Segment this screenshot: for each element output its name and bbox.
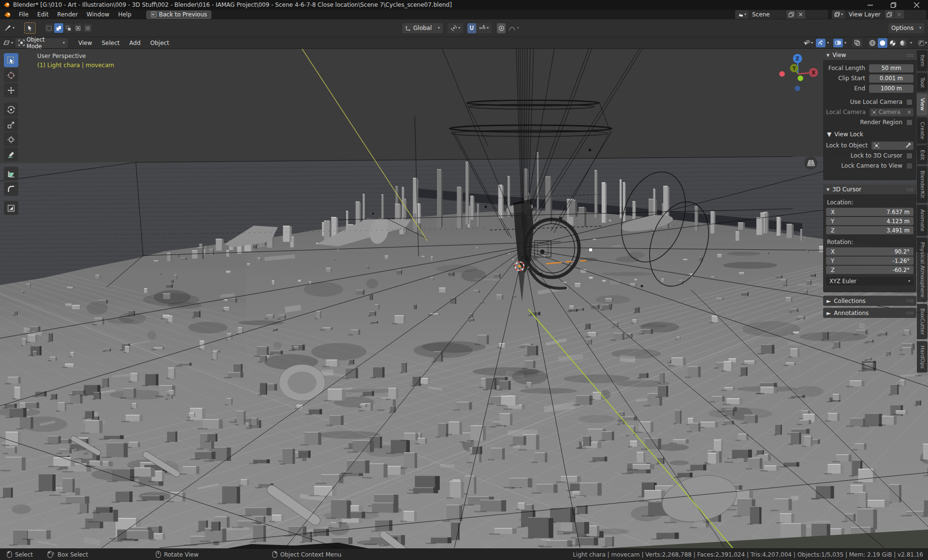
select-invert-button[interactable] [73,23,83,33]
mode-dropdown[interactable]: Object Mode ▾ [15,38,68,48]
back-to-previous-button[interactable]: Back to Previous [146,11,212,19]
remove-view-layer-button[interactable]: × [894,10,904,19]
view-layer-name[interactable]: View Layer [845,11,884,18]
panel-grip-icon[interactable] [906,299,913,302]
use-local-camera-checkbox[interactable] [906,99,913,105]
viewport-3d[interactable]: User Perspective (1) Light chara | movec… [0,49,928,548]
gizmos-toggle[interactable] [816,39,826,47]
select-extend-button[interactable] [54,23,63,33]
tab-hardops[interactable]: HardOps [917,341,928,373]
snap-target-dropdown[interactable]: ▾ [476,23,492,33]
shading-material-button[interactable] [888,38,898,48]
shading-solid-button[interactable] [878,38,887,48]
lock-to-3d-cursor-checkbox[interactable] [906,153,913,159]
view-layer-browse-button[interactable]: ▾ [832,10,845,19]
menu-help[interactable]: Help [114,10,135,19]
tool-scale-button[interactable] [4,117,18,131]
tab-edit[interactable]: Edit [917,145,928,164]
editor-type-3dview-button[interactable]: ▾ [3,38,13,48]
xray-toggle[interactable] [852,39,862,47]
menu-render[interactable]: Render [53,10,82,19]
tool-move-button[interactable] [4,83,18,97]
cursor-rotation-y-field[interactable]: Y-1.26° [826,257,914,265]
cursor-location-y-field[interactable]: Y4.123 m [826,217,914,225]
local-camera-field[interactable]: Camera × [870,108,914,116]
tab-view[interactable]: View [917,94,928,115]
blender-menu-icon[interactable] [4,11,11,18]
axis-gizmo[interactable]: ZYX [779,54,818,91]
object-visibility-dropdown[interactable]: ▾ [803,38,813,48]
shading-dropdown[interactable]: ▾ [908,41,914,45]
active-tool-button[interactable] [24,22,36,34]
editor-type-button[interactable]: ▾ [4,23,14,33]
eyedropper-icon[interactable] [905,143,911,148]
tool-cursor-button[interactable] [4,68,18,82]
cursor-location-x-field[interactable]: X7.637 m [826,208,914,216]
clip-end-field[interactable]: 1000 m [869,85,914,93]
panel-grip-icon[interactable] [906,54,913,57]
tab-boxcutter[interactable]: BoxCutter [917,304,928,339]
scene-selector[interactable]: ▾ Scene × [735,10,828,19]
tool-select-box-button[interactable] [4,53,18,67]
close-button[interactable] [905,0,928,10]
tool-rotate-button[interactable] [4,102,18,116]
cursor-rotation-z-field[interactable]: Z-60.2° [826,266,914,274]
gizmo-axis-z-neg[interactable] [795,86,800,91]
panel-3d-cursor-header[interactable]: ▼ 3D Cursor [823,185,916,194]
panel-annotations[interactable]: ► Annotations [823,308,916,318]
lock-camera-to-view-checkbox[interactable] [906,163,913,169]
tab-physical-atmosphere[interactable]: Physical Atmosphere [917,238,928,302]
perspective-toggle-button[interactable] [804,157,817,170]
tool-annotate-button[interactable] [4,147,18,161]
cursor-rotation-x-field[interactable]: X90.2° [826,247,914,256]
gizmos-dropdown[interactable]: ▾ [826,41,830,45]
tool-transform-button[interactable] [4,132,18,146]
select-intersect-button[interactable] [83,23,92,33]
panel-grip-icon[interactable] [906,311,913,315]
menu-object[interactable]: Object [145,38,174,48]
minimize-button[interactable] [858,0,882,10]
new-view-layer-button[interactable] [884,10,894,19]
panel-view-header[interactable]: ▼ View [823,50,916,60]
tab-create[interactable]: Create [917,117,928,144]
clear-camera-icon[interactable]: × [907,109,912,115]
shading-wireframe-button[interactable] [868,38,877,48]
lock-to-object-field[interactable] [871,142,914,150]
overlays-toggle[interactable] [833,39,843,47]
rotation-mode-dropdown[interactable]: XYZ Euler▾ [826,277,914,286]
cursor-location-z-field[interactable]: Z3.491 m [826,226,914,234]
maximize-button[interactable] [882,0,905,10]
tab-animate[interactable]: Animate [917,205,928,236]
unlink-scene-button[interactable]: × [796,10,805,19]
clip-start-field[interactable]: 0.001 m [869,74,914,83]
shading-rendered-button[interactable] [898,38,908,48]
gizmo-axis-x-neg[interactable] [779,71,785,77]
tab-item[interactable]: Item [917,50,928,71]
viewport-corner-dropdown[interactable]: ▾ [918,38,927,48]
overlays-dropdown[interactable]: ▾ [843,41,848,45]
scene-name[interactable]: Scene [748,11,786,18]
view-layer-selector[interactable]: ▾ View Layer × [832,10,926,19]
tab-tool[interactable]: Tool [917,73,928,92]
menu-add[interactable]: Add [125,38,145,48]
menu-view[interactable]: View [73,38,97,48]
tab-blenderkit[interactable]: BlenderKit [917,166,928,202]
select-subtract-button[interactable] [64,23,73,33]
tool-measure-button[interactable] [4,167,18,181]
menu-window[interactable]: Window [82,10,114,19]
tool-add-corner-button[interactable] [4,182,18,196]
menu-select[interactable]: Select [97,38,125,48]
pivot-point-dropdown[interactable]: ▾ [448,23,463,33]
transform-orientation-dropdown[interactable]: Global ▾ [402,23,443,33]
focal-length-field[interactable]: 50 mm [869,64,914,72]
tool-boxcutter-button[interactable] [4,201,18,215]
menu-file[interactable]: File [14,10,33,19]
panel-grip-icon[interactable] [906,188,913,191]
select-set-button[interactable] [44,23,54,33]
new-scene-button[interactable] [786,10,796,19]
snap-toggle-button[interactable] [467,23,476,33]
gizmo-axis-y-neg[interactable] [798,75,803,81]
options-dropdown[interactable]: Options ▾ [888,23,924,33]
render-region-checkbox[interactable] [906,119,913,126]
panel-view-lock-header[interactable]: ▼View Lock [827,131,914,138]
